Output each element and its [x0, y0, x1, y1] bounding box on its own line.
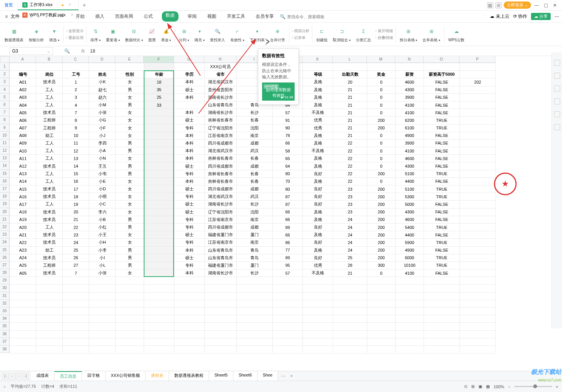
col-header-O[interactable]: O [424, 56, 460, 63]
cell[interactable]: 200 [367, 193, 396, 201]
ribbon-填充[interactable]: ▾填充 ▾ [192, 25, 207, 44]
row-header-34[interactable]: 34 [0, 315, 9, 322]
sheet-nav-last[interactable]: ›| [23, 373, 29, 379]
cell[interactable]: 14 [63, 162, 89, 170]
cell[interactable]: 不及格 [303, 147, 333, 155]
cell[interactable]: 良好 [303, 185, 333, 193]
cell[interactable]: 硕士 [174, 185, 205, 193]
row-header-24[interactable]: 24 [0, 238, 9, 246]
ribbon-合并表格[interactable]: ⊞合并表格 ▾ [420, 25, 442, 44]
cell[interactable]: 4600 [396, 216, 424, 223]
zoom-slider[interactable] [514, 386, 552, 387]
cell[interactable]: 工程师 [36, 261, 63, 269]
cell-reference[interactable]: G3⌄ [9, 47, 53, 55]
cell[interactable]: 及格 [303, 231, 333, 239]
row-header-29[interactable]: 29 [0, 277, 9, 284]
cell[interactable]: 200 [367, 117, 396, 124]
cell[interactable]: 湖南省长沙市 [205, 109, 237, 117]
cell[interactable]: 良好 [303, 201, 333, 208]
sheet-tab-XXX公司销售额[interactable]: XXX公司销售额 [106, 371, 146, 381]
cell[interactable]: 11 [63, 139, 89, 147]
cell[interactable]: A24 [10, 254, 36, 261]
zoom-in[interactable]: + [556, 384, 558, 389]
cell[interactable]: 女 [116, 201, 144, 208]
col-header-H[interactable]: H [204, 56, 236, 63]
cell[interactable]: 技术员 [36, 208, 63, 216]
cell[interactable]: 女 [116, 117, 144, 124]
login-button[interactable]: 立即登录 ⌄ [504, 2, 531, 9]
cell[interactable]: 硕士 [174, 254, 205, 261]
row-header-25[interactable]: 25 [0, 246, 9, 254]
cell[interactable]: 专科 [174, 216, 205, 223]
cell[interactable]: 四川省成都市 [205, 223, 237, 231]
cell[interactable]: 0 [367, 93, 396, 101]
cell[interactable]: 小红 [89, 223, 116, 231]
ribbon-数据对比[interactable]: ⊟数据对比 ▾ [123, 25, 145, 44]
ribbon-展开明细[interactable]: ▫展开明细 [374, 28, 394, 34]
cell[interactable]: 4600 [396, 78, 424, 86]
row-header-12[interactable]: 12 [0, 147, 9, 154]
cell[interactable]: 22 [333, 162, 367, 170]
row-header-19[interactable]: 19 [0, 200, 9, 208]
col-header-A[interactable]: A [9, 56, 36, 63]
cell[interactable]: 4400 [396, 231, 424, 239]
cell[interactable]: 技术员 [36, 216, 63, 223]
cell[interactable]: 28 [333, 261, 367, 269]
cell[interactable] [144, 246, 174, 254]
sheet-tab-课程表[interactable]: 课程表 [146, 371, 169, 381]
cell[interactable]: 22 [333, 147, 367, 155]
cell[interactable]: 66 [273, 216, 303, 223]
cell[interactable]: 21 [333, 93, 367, 101]
header-cell[interactable]: 奖金 [367, 71, 396, 78]
cell[interactable]: 本科 [174, 246, 205, 254]
cell[interactable]: 4900 [396, 132, 424, 139]
cell[interactable]: 6100 [396, 124, 424, 132]
cell[interactable]: 福建省厦门市 [205, 231, 237, 239]
cell[interactable]: FALSE [424, 86, 460, 93]
cell[interactable]: FALSE [424, 269, 460, 277]
col-header-E[interactable]: E [115, 56, 144, 63]
ribbon-数据透视表[interactable]: ▦数据透视表 [2, 25, 26, 44]
doc-tab[interactable]: S工作簿3.xlsx●✕ [18, 0, 79, 10]
cell[interactable]: TRUE [424, 185, 460, 193]
cell[interactable]: 工程师 [36, 117, 63, 124]
cell[interactable]: 57 [273, 109, 303, 117]
cell[interactable]: 18 [63, 193, 89, 201]
cell[interactable]: 本科 [174, 269, 205, 277]
cell[interactable]: TRUE [424, 223, 460, 231]
cell[interactable]: TRUE [424, 261, 460, 269]
status-view-3[interactable]: ▣ [478, 384, 482, 389]
row-header-37[interactable]: 37 [0, 338, 9, 345]
header-cell[interactable]: 性别 [116, 71, 144, 78]
cell[interactable]: TRUE [424, 193, 460, 201]
zoom-icon[interactable]: 🔍 [64, 48, 70, 54]
zoom-out[interactable]: − [508, 384, 510, 389]
cell[interactable]: 成都 [237, 139, 273, 147]
cell[interactable] [460, 254, 496, 261]
cell[interactable]: 小N [89, 155, 116, 162]
ribbon-拆分表格[interactable]: ⊞拆分表格 ▾ [397, 25, 420, 44]
zoom-value[interactable]: 100% [494, 384, 504, 389]
ribbon-基金[interactable]: 💰基金 ▾ [159, 25, 174, 44]
select-all-corner[interactable] [0, 56, 9, 63]
cell[interactable]: 33 [144, 101, 174, 109]
search-input[interactable] [287, 14, 332, 19]
cell[interactable]: 男 [116, 216, 144, 223]
cell[interactable]: 江苏省南京市 [205, 239, 237, 246]
cell[interactable]: 专科 [174, 239, 205, 246]
cell[interactable]: 优秀 [303, 261, 333, 269]
cell[interactable]: 小A [89, 147, 116, 155]
cell[interactable]: 15 [63, 170, 89, 177]
cell[interactable]: 长沙 [237, 201, 273, 208]
cell[interactable]: 4300 [396, 162, 424, 170]
cell[interactable]: 4300 [396, 86, 424, 93]
cell[interactable]: 硕士 [174, 208, 205, 216]
cell[interactable]: 6000 [396, 254, 424, 261]
row-header-33[interactable]: 33 [0, 307, 9, 315]
cell[interactable]: 山东省青岛市 [205, 246, 237, 254]
sidepanel-item-2[interactable] [554, 73, 560, 79]
cell[interactable]: 23 [333, 185, 367, 193]
cell[interactable]: 专科 [174, 223, 205, 231]
cell[interactable]: 21 [333, 124, 367, 132]
cell[interactable]: 本科 [174, 132, 205, 139]
